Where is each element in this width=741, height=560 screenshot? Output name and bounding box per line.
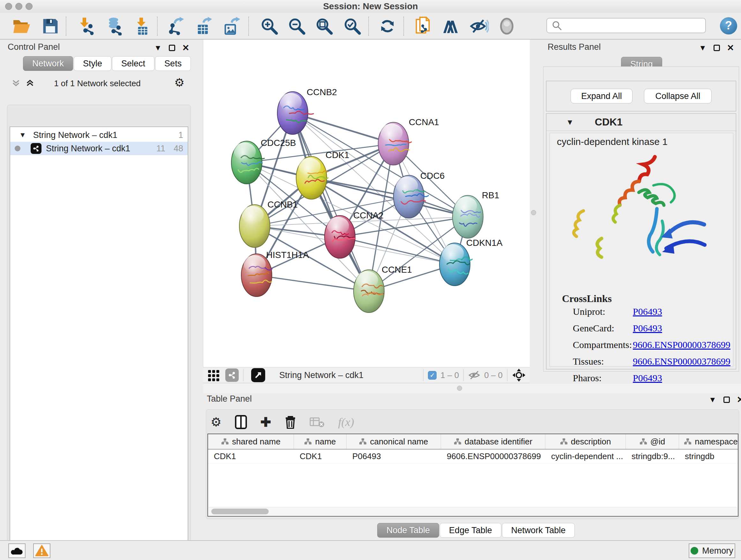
- panel-menu-icon[interactable]: ▼: [709, 395, 717, 404]
- memory-button[interactable]: Memory: [689, 543, 735, 558]
- save-session-icon[interactable]: [40, 16, 61, 37]
- network-badge-icon[interactable]: [225, 368, 239, 382]
- vertical-splitter[interactable]: [530, 40, 543, 387]
- column-header-canonical-name[interactable]: canonical name: [347, 434, 441, 449]
- network-row[interactable]: String Network – cdk1 11 48: [10, 142, 188, 155]
- table-cell[interactable]: cyclin-dependent ...: [545, 449, 626, 463]
- zoom-out-icon[interactable]: [286, 16, 307, 37]
- close-panel-icon[interactable]: ✕: [737, 395, 741, 405]
- expand-all-networks-icon[interactable]: [25, 78, 35, 87]
- table-cell[interactable]: 9606.ENSP00000378699: [441, 449, 545, 463]
- hide-graphics-icon[interactable]: [469, 16, 489, 37]
- column-header-namespace[interactable]: namespace: [679, 434, 738, 449]
- open-session-icon[interactable]: [11, 16, 32, 37]
- birdseye-icon[interactable]: [496, 16, 517, 37]
- crosslink-link[interactable]: P06493: [633, 323, 662, 334]
- network-selection-status: 1 of 1 Network selected: [38, 78, 156, 88]
- create-column-icon[interactable]: ✚: [260, 415, 271, 429]
- close-panel-icon[interactable]: ✕: [182, 43, 190, 53]
- cloud-button[interactable]: [8, 543, 25, 558]
- network-node-HIST1H1A[interactable]: HIST1H1A: [241, 250, 309, 297]
- splitter-grip[interactable]: [531, 210, 536, 215]
- import-table-icon[interactable]: [132, 16, 152, 37]
- scrollbar-thumb[interactable]: [211, 509, 269, 514]
- tab-node-table[interactable]: Node Table: [377, 523, 439, 538]
- first-neighbors-icon[interactable]: [442, 16, 462, 37]
- tab-network-table[interactable]: Network Table: [502, 523, 575, 538]
- network-node-CCNA1[interactable]: CCNA1: [378, 117, 439, 165]
- column-header-database-identifier[interactable]: database identifier: [441, 434, 545, 449]
- network-edge[interactable]: [340, 237, 455, 264]
- float-panel-icon[interactable]: [169, 45, 175, 51]
- float-panel-icon[interactable]: [714, 45, 720, 51]
- table-header-row: shared namenamecanonical namedatabase id…: [208, 434, 738, 449]
- column-header-description[interactable]: description: [545, 434, 626, 449]
- network-node-CDKN1A[interactable]: CDKN1A: [440, 238, 502, 286]
- tab-network[interactable]: Network: [23, 56, 73, 71]
- tab-select[interactable]: Select: [112, 56, 154, 71]
- function-builder-icon: f(x): [338, 415, 354, 429]
- network-node-RB1[interactable]: RB1: [453, 190, 499, 238]
- network-edge[interactable]: [257, 275, 369, 291]
- gene-collapse-icon[interactable]: ▼: [566, 118, 574, 127]
- network-node-CCNE1[interactable]: CCNE1: [354, 265, 412, 313]
- export-image-icon[interactable]: [221, 16, 242, 37]
- help-button[interactable]: ?: [720, 17, 737, 35]
- table-cell[interactable]: stringdb:9...: [626, 449, 679, 463]
- refresh-icon[interactable]: [377, 16, 398, 37]
- float-panel-icon[interactable]: [724, 396, 730, 403]
- detach-view-icon[interactable]: [251, 368, 265, 382]
- crosslink-link[interactable]: 9606.ENSP00000378699: [633, 356, 731, 367]
- collection-expand-icon[interactable]: ▼: [19, 131, 26, 139]
- zoom-in-icon[interactable]: [259, 16, 280, 37]
- table-cell[interactable]: CDK1: [208, 449, 294, 463]
- network-node-CDC6[interactable]: CDC6: [394, 171, 445, 218]
- network-node-CCNB2[interactable]: CCNB2: [277, 87, 337, 134]
- clone-network-icon[interactable]: [414, 16, 434, 37]
- network-node-CCNB1[interactable]: CCNB1: [239, 199, 298, 247]
- tab-edge-table[interactable]: Edge Table: [440, 523, 501, 538]
- crosslink-link[interactable]: P06493: [633, 373, 662, 383]
- network-node-CDC25B[interactable]: CDC25B: [231, 138, 296, 184]
- network-canvas[interactable]: CCNB2CCNA1CDC25BCDK1CDC6RB1CCNB1CCNA2CDK…: [203, 40, 530, 367]
- delete-column-icon[interactable]: [285, 415, 296, 429]
- network-options-gear-icon[interactable]: ⚙: [174, 76, 185, 89]
- table-row[interactable]: CDK1CDK1P064939606.ENSP00000378699cyclin…: [208, 449, 738, 463]
- panel-menu-icon[interactable]: ▼: [699, 44, 706, 52]
- close-panel-icon[interactable]: ✕: [727, 43, 734, 53]
- show-columns-icon[interactable]: [235, 415, 247, 429]
- splitter-grip[interactable]: [457, 386, 462, 391]
- network-collection-row[interactable]: ▼ String Network – cdk1 1: [10, 128, 188, 142]
- tab-style[interactable]: Style: [74, 56, 111, 71]
- column-header-name[interactable]: name: [294, 434, 347, 449]
- expand-all-button[interactable]: Expand All: [570, 89, 632, 104]
- crosslink-link[interactable]: 9606.ENSP00000378699: [633, 339, 731, 350]
- table-cell[interactable]: stringdb: [679, 449, 738, 463]
- table-hscrollbar[interactable]: [209, 507, 737, 515]
- search-input[interactable]: [565, 21, 705, 30]
- zoom-selected-icon[interactable]: [342, 16, 362, 37]
- column-header-@id[interactable]: @id: [626, 434, 679, 449]
- network-node-CCNA2[interactable]: CCNA2: [325, 210, 384, 258]
- export-network-icon[interactable]: [166, 16, 187, 37]
- table-options-gear-icon[interactable]: ⚙: [211, 415, 221, 429]
- import-network-file-icon[interactable]: [76, 16, 96, 37]
- import-network-database-icon[interactable]: [104, 16, 125, 37]
- toolbar-separator: [157, 17, 158, 36]
- grid-view-icon[interactable]: [207, 369, 220, 381]
- table-panel-title: Table Panel: [207, 394, 252, 404]
- tab-sets[interactable]: Sets: [155, 56, 191, 71]
- panel-menu-icon[interactable]: ▼: [154, 44, 162, 52]
- collapse-all-networks-icon[interactable]: [11, 78, 20, 87]
- column-header-shared-name[interactable]: shared name: [208, 434, 294, 449]
- fit-content-crosshair-icon[interactable]: [512, 368, 526, 382]
- table-cell[interactable]: P06493: [347, 449, 441, 463]
- export-table-icon[interactable]: [194, 16, 214, 37]
- selected-checkbox-icon[interactable]: ✓: [428, 371, 436, 380]
- table-cell[interactable]: CDK1: [294, 449, 347, 463]
- warnings-button[interactable]: [33, 543, 51, 558]
- network-edge[interactable]: [293, 113, 369, 291]
- collapse-all-button[interactable]: Collapse All: [644, 89, 712, 104]
- zoom-fit-icon[interactable]: [314, 16, 334, 37]
- crosslink-link[interactable]: P06493: [633, 306, 662, 317]
